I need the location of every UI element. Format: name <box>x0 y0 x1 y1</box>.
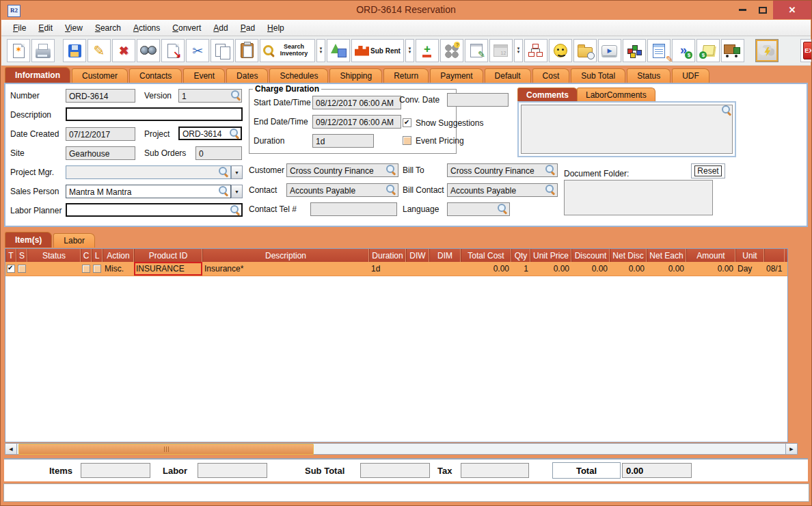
project-mgr-search-icon[interactable] <box>219 167 229 177</box>
column-header-extra[interactable] <box>764 249 785 262</box>
customer-search-icon[interactable] <box>386 165 396 175</box>
tab-sub-total[interactable]: Sub Total <box>571 68 625 83</box>
search-inventory-button[interactable]: Search Inventory <box>260 39 315 62</box>
comments-search-icon[interactable] <box>722 105 732 116</box>
tab-contacts[interactable]: Contacts <box>129 68 182 83</box>
language-search-icon[interactable] <box>498 204 508 214</box>
bill-to-search-icon[interactable] <box>545 165 556 175</box>
scrollbar-track[interactable] <box>17 444 785 454</box>
start-date-field[interactable]: 08/12/2017 06:00 AM <box>312 96 401 109</box>
labor-planner-field[interactable] <box>66 203 243 217</box>
availability-button[interactable] <box>623 39 646 62</box>
conv-date-field[interactable] <box>447 93 509 107</box>
column-header-s[interactable]: S <box>16 249 27 262</box>
tab-labor-comments[interactable]: LaborComments <box>577 88 655 101</box>
menu-pad[interactable]: Pad <box>234 21 261 35</box>
description-field[interactable] <box>66 107 243 121</box>
end-date-field[interactable]: 09/12/2017 06:00 AM <box>312 115 401 129</box>
project-search-icon[interactable] <box>230 129 240 139</box>
horizontal-scrollbar[interactable]: ◀ ▶ <box>5 443 798 455</box>
menu-search[interactable]: Search <box>89 21 127 35</box>
sub-orders-field[interactable]: 0 <box>195 146 242 160</box>
substitute-button[interactable] <box>440 39 463 62</box>
minimize-button[interactable] <box>732 1 753 19</box>
project-mgr-field[interactable] <box>66 165 231 179</box>
menu-help[interactable]: Help <box>261 21 290 35</box>
menu-view[interactable]: View <box>59 21 89 35</box>
send-button[interactable]: ▶ <box>598 39 621 62</box>
invoice-notes-button[interactable]: $ <box>696 39 720 62</box>
column-header-amount[interactable]: Amount <box>686 249 735 262</box>
exit-button[interactable]: EXIT <box>800 39 812 62</box>
reset-button[interactable]: Reset <box>691 163 725 178</box>
scrollbar-thumb[interactable] <box>18 444 314 455</box>
event-pricing-checkbox[interactable] <box>403 136 411 145</box>
table-cell[interactable]: INSURANCE <box>134 262 202 276</box>
post-charges-button[interactable]: »$ <box>672 39 695 62</box>
copy-button[interactable] <box>211 39 234 62</box>
edit-button[interactable]: ✎ <box>87 39 111 62</box>
scroll-right-arrow[interactable]: ▶ <box>785 444 797 454</box>
column-header-discount[interactable]: Discount <box>571 249 610 262</box>
menu-actions[interactable]: Actions <box>127 21 166 35</box>
tab-default[interactable]: Default <box>485 68 531 83</box>
table-cell[interactable]: Misc. <box>103 262 134 276</box>
column-header-c[interactable]: C <box>81 249 92 262</box>
maximize-button[interactable] <box>753 1 773 19</box>
search-inventory-dropdown[interactable]: ▼▼ <box>316 39 325 62</box>
title-bar[interactable]: R2 ORD-3614 Reservation ✕ <box>1 1 811 20</box>
duration-field[interactable]: 1d <box>312 134 374 148</box>
tab-return[interactable]: Return <box>383 68 429 83</box>
tab-event[interactable]: Event <box>183 68 225 83</box>
document-folder-box[interactable] <box>564 180 713 215</box>
date-created-field[interactable]: 07/12/2017 <box>66 127 135 141</box>
project-mgr-dropdown[interactable]: ▼ <box>231 165 243 179</box>
row-checkbox[interactable] <box>7 265 15 273</box>
tab-udf[interactable]: UDF <box>672 68 709 83</box>
sales-person-field[interactable]: Mantra M Mantra <box>66 185 231 198</box>
tab-item-s-[interactable]: Item(s) <box>5 232 52 248</box>
tab-dates[interactable]: Dates <box>226 68 268 83</box>
column-header-product-id[interactable]: Product ID <box>134 249 202 262</box>
menu-file[interactable]: File <box>7 21 32 35</box>
column-header-unit[interactable]: Unit <box>735 249 764 262</box>
tab-schedules[interactable]: Schedules <box>269 68 328 83</box>
labor-planner-search-icon[interactable] <box>230 205 241 215</box>
table-cell[interactable] <box>27 262 81 276</box>
column-header-unit-price[interactable]: Unit Price <box>530 249 571 262</box>
transfer-button[interactable]: ↘ <box>161 39 185 62</box>
shipping-button[interactable] <box>721 39 744 62</box>
menu-add[interactable]: Add <box>207 21 234 35</box>
table-cell[interactable] <box>406 262 429 276</box>
contact-search-icon[interactable] <box>386 185 396 195</box>
add-remove-button[interactable]: + <box>416 39 439 62</box>
menu-convert[interactable]: Convert <box>166 21 207 35</box>
tab-comments[interactable]: Comments <box>517 88 578 101</box>
notes-button[interactable]: ✎ <box>465 39 488 62</box>
table-cell[interactable]: 0.00 <box>530 262 571 276</box>
table-cell[interactable]: Insurance* <box>202 262 369 276</box>
paste-button[interactable] <box>235 39 258 62</box>
save-button[interactable] <box>63 39 86 62</box>
bill-contact-field[interactable]: Accounts Payable <box>447 183 558 197</box>
new-document-button[interactable]: ✶ <box>7 39 30 62</box>
close-button[interactable]: ✕ <box>773 1 811 19</box>
contact-field[interactable]: Accounts Payable <box>286 183 398 197</box>
tab-information[interactable]: Information <box>5 67 70 83</box>
folder-history-button[interactable] <box>573 39 597 62</box>
sales-person-dropdown[interactable]: ▼ <box>231 185 243 198</box>
table-cell[interactable] <box>429 262 461 276</box>
column-header-description[interactable]: Description <box>202 249 369 262</box>
edit-document-button[interactable]: ✎ <box>647 39 671 62</box>
table-cell[interactable]: 0.00 <box>647 262 686 276</box>
contact-tel-field[interactable] <box>310 202 397 216</box>
table-cell[interactable]: 0.00 <box>571 262 610 276</box>
site-field[interactable]: Gearhouse <box>66 146 135 160</box>
org-chart-button[interactable] <box>524 39 547 62</box>
customer-field[interactable]: Cross Country Finance <box>286 163 398 177</box>
column-header-qty[interactable]: Qty <box>511 249 530 262</box>
tab-payment[interactable]: Payment <box>430 68 483 83</box>
table-cell[interactable]: 0.00 <box>461 262 511 276</box>
column-header-net-disc[interactable]: Net Disc <box>610 249 647 262</box>
table-cell[interactable]: 0.00 <box>610 262 647 276</box>
